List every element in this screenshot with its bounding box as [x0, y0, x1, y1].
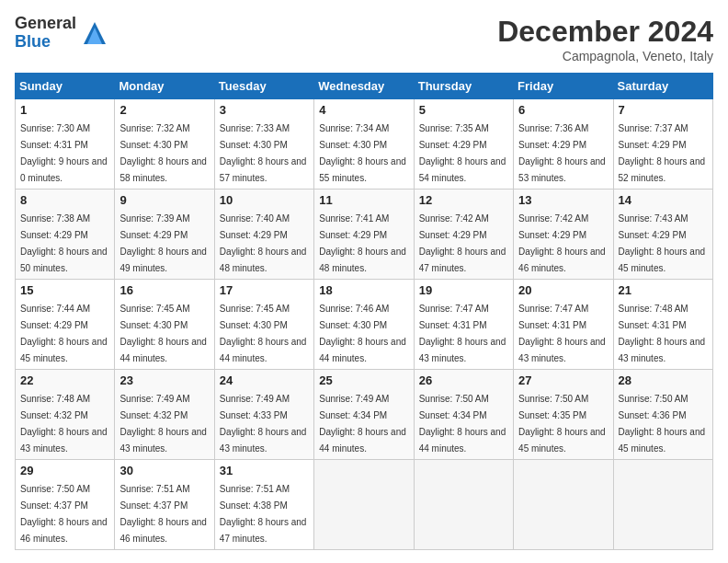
calendar-cell: 31 Sunrise: 7:51 AMSunset: 4:38 PMDaylig…: [214, 460, 313, 550]
day-info: Sunrise: 7:49 AMSunset: 4:34 PMDaylight:…: [319, 394, 406, 454]
logo-icon: [80, 18, 109, 48]
day-info: Sunrise: 7:50 AMSunset: 4:35 PMDaylight:…: [518, 394, 606, 454]
day-info: Sunrise: 7:50 AMSunset: 4:34 PMDaylight:…: [419, 394, 506, 454]
calendar-cell: 25 Sunrise: 7:49 AMSunset: 4:34 PMDaylig…: [314, 370, 414, 460]
day-number: 22: [20, 373, 109, 387]
day-info: Sunrise: 7:43 AMSunset: 4:29 PMDaylight:…: [619, 213, 706, 273]
day-number: 21: [619, 283, 708, 297]
day-info: Sunrise: 7:38 AMSunset: 4:29 PMDaylight:…: [20, 213, 108, 273]
day-info: Sunrise: 7:42 AMSunset: 4:29 PMDaylight:…: [419, 213, 506, 273]
calendar-cell: 24 Sunrise: 7:49 AMSunset: 4:33 PMDaylig…: [214, 370, 313, 460]
day-info: Sunrise: 7:49 AMSunset: 4:32 PMDaylight:…: [119, 394, 207, 454]
day-number: 9: [119, 193, 209, 207]
day-number: 13: [518, 193, 608, 207]
day-number: 17: [220, 283, 309, 297]
day-number: 6: [518, 103, 608, 117]
day-number: 7: [619, 103, 708, 117]
day-info: Sunrise: 7:37 AMSunset: 4:29 PMDaylight:…: [619, 123, 706, 183]
day-info: Sunrise: 7:50 AMSunset: 4:37 PMDaylight:…: [20, 484, 108, 544]
calendar-cell: 19 Sunrise: 7:47 AMSunset: 4:31 PMDaylig…: [414, 280, 513, 370]
calendar-cell: 16 Sunrise: 7:45 AMSunset: 4:30 PMDaylig…: [115, 280, 214, 370]
location: Campagnola, Veneto, Italy: [497, 49, 713, 63]
calendar-cell: 21 Sunrise: 7:48 AMSunset: 4:31 PMDaylig…: [613, 280, 712, 370]
calendar-cell: 20 Sunrise: 7:47 AMSunset: 4:31 PMDaylig…: [514, 280, 613, 370]
day-number: 5: [419, 103, 508, 117]
day-info: Sunrise: 7:34 AMSunset: 4:30 PMDaylight:…: [319, 123, 406, 183]
col-thursday: Thursday: [414, 74, 513, 99]
day-number: 15: [20, 283, 109, 297]
calendar-cell: 6 Sunrise: 7:36 AMSunset: 4:29 PMDayligh…: [514, 99, 613, 190]
calendar-cell: 10 Sunrise: 7:40 AMSunset: 4:29 PMDaylig…: [214, 190, 313, 280]
calendar-week-2: 8 Sunrise: 7:38 AMSunset: 4:29 PMDayligh…: [16, 190, 713, 280]
calendar-cell: [314, 460, 414, 550]
title-block: December 2024 Campagnola, Veneto, Italy: [497, 15, 713, 63]
calendar-cell: 23 Sunrise: 7:49 AMSunset: 4:32 PMDaylig…: [115, 370, 214, 460]
day-number: 25: [319, 373, 408, 387]
day-info: Sunrise: 7:30 AMSunset: 4:31 PMDaylight:…: [20, 123, 108, 183]
calendar-table: Sunday Monday Tuesday Wednesday Thursday…: [15, 73, 713, 550]
header-row: Sunday Monday Tuesday Wednesday Thursday…: [16, 74, 713, 99]
day-number: 14: [619, 193, 708, 207]
day-number: 23: [119, 373, 209, 387]
col-tuesday: Tuesday: [214, 74, 313, 99]
col-sunday: Sunday: [16, 74, 115, 99]
calendar-cell: 29 Sunrise: 7:50 AMSunset: 4:37 PMDaylig…: [16, 460, 115, 550]
logo: General Blue: [15, 15, 109, 52]
day-info: Sunrise: 7:51 AMSunset: 4:38 PMDaylight:…: [220, 484, 307, 544]
calendar-cell: 18 Sunrise: 7:46 AMSunset: 4:30 PMDaylig…: [314, 280, 414, 370]
calendar-cell: 8 Sunrise: 7:38 AMSunset: 4:29 PMDayligh…: [16, 190, 115, 280]
calendar-cell: [613, 460, 712, 550]
calendar-cell: [514, 460, 613, 550]
col-monday: Monday: [115, 74, 214, 99]
day-number: 10: [220, 193, 309, 207]
calendar-cell: 3 Sunrise: 7:33 AMSunset: 4:30 PMDayligh…: [214, 99, 313, 190]
day-info: Sunrise: 7:40 AMSunset: 4:29 PMDaylight:…: [220, 213, 307, 273]
calendar-cell: [414, 460, 513, 550]
calendar-cell: 26 Sunrise: 7:50 AMSunset: 4:34 PMDaylig…: [414, 370, 513, 460]
calendar-week-5: 29 Sunrise: 7:50 AMSunset: 4:37 PMDaylig…: [16, 460, 713, 550]
calendar-cell: 17 Sunrise: 7:45 AMSunset: 4:30 PMDaylig…: [214, 280, 313, 370]
logo-general: General: [15, 15, 76, 33]
day-info: Sunrise: 7:51 AMSunset: 4:37 PMDaylight:…: [119, 484, 207, 544]
day-info: Sunrise: 7:35 AMSunset: 4:29 PMDaylight:…: [419, 123, 506, 183]
calendar-cell: 30 Sunrise: 7:51 AMSunset: 4:37 PMDaylig…: [115, 460, 214, 550]
day-number: 19: [419, 283, 508, 297]
day-number: 27: [518, 373, 608, 387]
day-info: Sunrise: 7:44 AMSunset: 4:29 PMDaylight:…: [20, 304, 108, 363]
day-number: 8: [20, 193, 109, 207]
day-info: Sunrise: 7:39 AMSunset: 4:29 PMDaylight:…: [119, 213, 207, 273]
calendar-cell: 15 Sunrise: 7:44 AMSunset: 4:29 PMDaylig…: [16, 280, 115, 370]
calendar-week-3: 15 Sunrise: 7:44 AMSunset: 4:29 PMDaylig…: [16, 280, 713, 370]
day-number: 30: [119, 464, 209, 477]
day-number: 26: [419, 373, 508, 387]
calendar-week-4: 22 Sunrise: 7:48 AMSunset: 4:32 PMDaylig…: [16, 370, 713, 460]
day-number: 24: [220, 373, 309, 387]
calendar-cell: 13 Sunrise: 7:42 AMSunset: 4:29 PMDaylig…: [514, 190, 613, 280]
calendar-cell: 11 Sunrise: 7:41 AMSunset: 4:29 PMDaylig…: [314, 190, 414, 280]
day-number: 3: [220, 103, 309, 117]
day-number: 12: [419, 193, 508, 207]
day-number: 31: [220, 464, 309, 477]
page-header: General Blue December 2024 Campagnola, V…: [15, 15, 713, 63]
day-info: Sunrise: 7:41 AMSunset: 4:29 PMDaylight:…: [319, 213, 406, 273]
day-number: 4: [319, 103, 408, 117]
calendar-week-1: 1 Sunrise: 7:30 AMSunset: 4:31 PMDayligh…: [16, 99, 713, 190]
calendar-cell: 1 Sunrise: 7:30 AMSunset: 4:31 PMDayligh…: [16, 99, 115, 190]
calendar-cell: 9 Sunrise: 7:39 AMSunset: 4:29 PMDayligh…: [115, 190, 214, 280]
day-number: 11: [319, 193, 408, 207]
day-info: Sunrise: 7:47 AMSunset: 4:31 PMDaylight:…: [419, 304, 506, 363]
calendar-cell: 27 Sunrise: 7:50 AMSunset: 4:35 PMDaylig…: [514, 370, 613, 460]
day-info: Sunrise: 7:48 AMSunset: 4:31 PMDaylight:…: [619, 304, 706, 363]
day-number: 29: [20, 464, 109, 477]
day-info: Sunrise: 7:32 AMSunset: 4:30 PMDaylight:…: [119, 123, 207, 183]
day-number: 18: [319, 283, 408, 297]
day-number: 28: [619, 373, 708, 387]
calendar-cell: 2 Sunrise: 7:32 AMSunset: 4:30 PMDayligh…: [115, 99, 214, 190]
calendar-cell: 14 Sunrise: 7:43 AMSunset: 4:29 PMDaylig…: [613, 190, 712, 280]
calendar-cell: 28 Sunrise: 7:50 AMSunset: 4:36 PMDaylig…: [613, 370, 712, 460]
col-wednesday: Wednesday: [314, 74, 414, 99]
day-info: Sunrise: 7:36 AMSunset: 4:29 PMDaylight:…: [518, 123, 606, 183]
day-number: 20: [518, 283, 608, 297]
day-number: 16: [119, 283, 209, 297]
day-info: Sunrise: 7:50 AMSunset: 4:36 PMDaylight:…: [619, 394, 706, 454]
